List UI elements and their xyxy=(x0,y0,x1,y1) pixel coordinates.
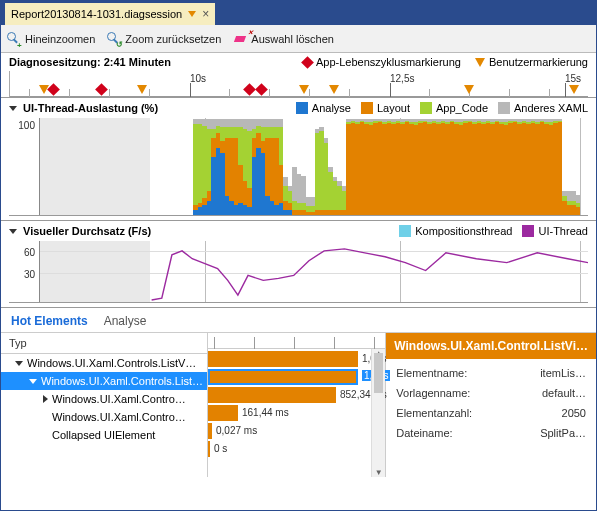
tree-row-label: Windows.UI.Xaml.Contro… xyxy=(52,411,186,423)
document-tab[interactable]: Report20130814-1031.diagsession × xyxy=(5,3,215,25)
detail-value: default… xyxy=(540,387,586,399)
pin-icon[interactable] xyxy=(188,11,196,17)
element-tree: Typ Windows.UI.Xaml.Controls.ListV…Windo… xyxy=(1,333,208,477)
bottom-pane: Typ Windows.UI.Xaml.Controls.ListV…Windo… xyxy=(1,333,596,477)
chevron-down-icon[interactable] xyxy=(15,361,23,366)
ruler-user-marker-icon[interactable] xyxy=(464,85,474,94)
close-icon[interactable]: × xyxy=(202,8,209,20)
throughput-chart-title: Visueller Durchsatz (F/s) xyxy=(23,225,151,237)
tree-row-label: Windows.UI.Xaml.Controls.List… xyxy=(41,375,203,387)
throughput-chart-section: Visueller Durchsatz (F/s) Kompositionsth… xyxy=(1,221,596,308)
zoom-in-button[interactable]: Hineinzoomen xyxy=(7,32,95,46)
zoom-reset-label: Zoom zurücksetzen xyxy=(125,33,221,45)
zoom-reset-icon xyxy=(107,32,121,46)
throughput-chart[interactable]: 60 30 xyxy=(9,241,588,303)
duration-bar-label: 0 s xyxy=(214,443,227,454)
session-label: Diagnosesitzung: 2:41 Minuten xyxy=(9,56,171,68)
ruler-user-marker-icon[interactable] xyxy=(137,85,147,94)
detail-key: Dateiname: xyxy=(396,427,530,439)
chevron-down-icon[interactable]: ▼ xyxy=(372,468,385,477)
legend-user-marker: Benutzermarkierung xyxy=(475,56,588,68)
tree-row-label: Windows.UI.Xaml.Controls.ListV… xyxy=(27,357,196,369)
eraser-icon xyxy=(233,32,247,46)
minichart-scrollbar[interactable]: ▲ ▼ xyxy=(371,349,385,477)
detail-key: Elementname: xyxy=(396,367,530,379)
tree-row[interactable]: Windows.UI.Xaml.Contro… xyxy=(1,408,207,426)
detail-value: SplitPa… xyxy=(540,427,586,439)
collapse-icon[interactable] xyxy=(9,229,17,234)
duration-bar[interactable]: 0,027 ms xyxy=(208,423,212,439)
scrollbar-thumb[interactable] xyxy=(374,353,383,393)
ruler-tick-label: 15s xyxy=(565,73,581,84)
detail-panel: Windows.UI.Xaml.Control.ListVi… Elementn… xyxy=(386,333,596,477)
detail-tabs: Hot Elements Analyse xyxy=(1,308,596,333)
zoom-in-label: Hineinzoomen xyxy=(25,33,95,45)
ruler-user-marker-icon[interactable] xyxy=(569,85,579,94)
detail-key: Elementanzahl: xyxy=(396,407,530,419)
time-ruler[interactable]: 10s 12,5s 15s xyxy=(9,71,588,97)
tree-row-label: Windows.UI.Xaml.Contro… xyxy=(52,393,186,405)
collapse-icon[interactable] xyxy=(9,106,17,111)
session-section: Diagnosesitzung: 2:41 Minuten App-Lebens… xyxy=(1,53,596,98)
detail-title: Windows.UI.Xaml.Control.ListVi… xyxy=(386,333,596,359)
tree-row[interactable]: Collapsed UIElement xyxy=(1,426,207,444)
ruler-tick-label: 12,5s xyxy=(390,73,414,84)
ruler-app-marker-icon[interactable] xyxy=(97,85,106,94)
ruler-app-marker-icon[interactable] xyxy=(257,85,266,94)
tab-analyse[interactable]: Analyse xyxy=(104,314,147,328)
detail-value: 2050 xyxy=(540,407,586,419)
tree-row[interactable]: Windows.UI.Xaml.Contro… xyxy=(1,390,207,408)
tree-row-label: Collapsed UIElement xyxy=(52,429,155,441)
duration-bar[interactable]: 0 s xyxy=(208,441,210,457)
ruler-user-marker-icon[interactable] xyxy=(299,85,309,94)
throughput-line xyxy=(40,241,588,302)
zoom-in-icon xyxy=(7,32,21,46)
toolbar: Hineinzoomen Zoom zurücksetzen Auswahl l… xyxy=(1,25,596,53)
document-tab-title: Report20130814-1031.diagsession xyxy=(11,8,182,20)
legend-app-lifecycle: App-Lebenszyklusmarkierung xyxy=(303,56,461,68)
tree-header: Typ xyxy=(1,333,207,354)
clear-selection-label: Auswahl löschen xyxy=(251,33,334,45)
ruler-tick-label: 10s xyxy=(190,73,206,84)
tree-row[interactable]: Windows.UI.Xaml.Controls.ListV… xyxy=(1,354,207,372)
ui-thread-chart-title: UI-Thread-Auslastung (%) xyxy=(23,102,158,114)
ui-thread-chart-section: UI-Thread-Auslastung (%) Analyse Layout … xyxy=(1,98,596,221)
duration-bar-label: 0,027 ms xyxy=(216,425,257,436)
ruler-app-marker-icon[interactable] xyxy=(245,85,254,94)
duration-bar[interactable]: 161,44 ms xyxy=(208,405,238,421)
detail-value: itemLis… xyxy=(540,367,586,379)
duration-minichart: 1,02s1,02s852,34 ms161,44 ms0,027 ms0 s … xyxy=(208,333,386,477)
window-tabbar: Report20130814-1031.diagsession × xyxy=(1,1,596,25)
duration-bar[interactable]: 1,02s xyxy=(208,369,358,385)
ruler-user-marker-icon[interactable] xyxy=(329,85,339,94)
duration-bar[interactable]: 1,02s xyxy=(208,351,358,367)
chevron-right-icon[interactable] xyxy=(43,395,48,403)
ruler-app-marker-icon[interactable] xyxy=(49,85,58,94)
tab-hot-elements[interactable]: Hot Elements xyxy=(11,314,88,328)
tree-row[interactable]: Windows.UI.Xaml.Controls.List… xyxy=(1,372,207,390)
duration-bar[interactable]: 852,34 ms xyxy=(208,387,336,403)
duration-bar-label: 161,44 ms xyxy=(242,407,289,418)
detail-key: Vorlagenname: xyxy=(396,387,530,399)
zoom-reset-button[interactable]: Zoom zurücksetzen xyxy=(107,32,221,46)
ui-thread-chart[interactable]: 100 xyxy=(9,118,588,216)
clear-selection-button[interactable]: Auswahl löschen xyxy=(233,32,334,46)
chevron-down-icon[interactable] xyxy=(29,379,37,384)
